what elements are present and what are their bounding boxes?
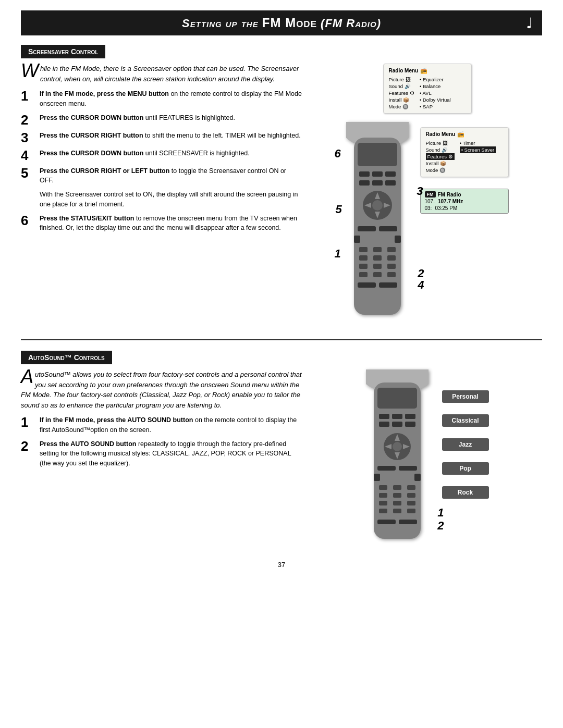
svg-rect-49 bbox=[399, 466, 417, 471]
svg-rect-21 bbox=[387, 247, 396, 252]
menu1-row2-left: Sound🔊 bbox=[389, 83, 415, 90]
svg-rect-24 bbox=[387, 255, 396, 261]
autosound-visual: 1 2 bbox=[312, 369, 542, 548]
svg-rect-28 bbox=[359, 272, 368, 277]
menu-boxes: Radio Menu 📻 Picture🖼 Sound🔊 Features⚙ I… bbox=[383, 64, 472, 118]
svg-rect-5 bbox=[385, 171, 396, 177]
menu1-row5-left: Mode🔘 bbox=[389, 103, 415, 110]
autosound-header: AutoSound™ Controls bbox=[21, 351, 112, 364]
svg-rect-19 bbox=[359, 247, 368, 252]
svg-rect-54 bbox=[407, 485, 415, 490]
svg-rect-30 bbox=[387, 272, 396, 277]
remote-svg-1 bbox=[346, 122, 409, 325]
svg-rect-27 bbox=[387, 264, 396, 269]
sound-pop: Pop bbox=[442, 462, 489, 475]
autosound-intro: AutoSound™ allows you to select from fou… bbox=[21, 369, 302, 410]
menu1-row2-right: • Balance bbox=[420, 83, 451, 90]
menu1-row1-left: Picture🖼 bbox=[389, 76, 415, 83]
svg-rect-23 bbox=[373, 255, 382, 261]
svg-rect-39 bbox=[379, 422, 389, 427]
auto-step-1: 1 If in the FM mode, press the AUTO SOUN… bbox=[21, 415, 302, 435]
svg-rect-40 bbox=[392, 422, 402, 427]
menu1-row4-right: • Dolby Virtual bbox=[420, 96, 451, 103]
screensaver-visual: Radio Menu 📻 Picture🖼 Sound🔊 Features⚙ I… bbox=[312, 64, 542, 327]
right-menus: Radio Menu 📻 Picture 🖼 Sound 🔊 Features … bbox=[420, 127, 509, 327]
step-1: 1 If in the FM mode, press the MENU butt… bbox=[21, 89, 302, 109]
remote-wrapper: 6 3 5 1 2 4 bbox=[346, 122, 414, 327]
menu1-row1-right: • Equalizer bbox=[420, 76, 451, 83]
screensaver-steps: 1 If in the FM mode, press the MENU butt… bbox=[21, 89, 302, 233]
auto-overlay-1: 1 bbox=[437, 506, 444, 520]
svg-rect-22 bbox=[359, 255, 368, 261]
menu1-row4-left: Install📦 bbox=[389, 96, 415, 103]
step-4: 4 Press the CURSOR DOWN button until SCR… bbox=[21, 149, 302, 162]
svg-rect-64 bbox=[377, 520, 396, 524]
overlay-1: 1 bbox=[335, 247, 341, 261]
autosound-vis-inner: 1 2 bbox=[366, 369, 489, 548]
svg-rect-48 bbox=[377, 466, 396, 471]
svg-rect-61 bbox=[379, 509, 387, 513]
svg-rect-2 bbox=[358, 143, 397, 166]
svg-rect-60 bbox=[407, 501, 415, 505]
svg-rect-31 bbox=[358, 282, 376, 288]
fm-display: FM FM Radio 107. 107.7 MHz 03: 03:25 PM bbox=[420, 189, 509, 214]
menu1-row3-left: Features⚙ bbox=[389, 90, 415, 96]
menu1-icon: 📻 bbox=[420, 67, 427, 74]
svg-rect-16 bbox=[379, 226, 397, 231]
page: Setting up the FM Mode (FM Radio) ♩ Scre… bbox=[0, 0, 563, 728]
page-title: Setting up the FM Mode (FM Radio) bbox=[182, 16, 381, 30]
svg-rect-57 bbox=[407, 493, 415, 498]
svg-rect-3 bbox=[359, 171, 370, 177]
autosound-content: AutoSound™ allows you to select from fou… bbox=[21, 369, 542, 548]
svg-rect-63 bbox=[407, 509, 415, 513]
svg-rect-29 bbox=[373, 272, 382, 277]
overlay-4: 4 bbox=[418, 278, 424, 292]
svg-rect-8 bbox=[385, 180, 396, 186]
auto-step-2: 2 Press the AUTO SOUND button repeatedly… bbox=[21, 439, 302, 468]
section-divider bbox=[21, 339, 542, 340]
svg-rect-56 bbox=[393, 493, 401, 498]
screensaver-content: While in the FM Mode, there is a Screens… bbox=[21, 64, 542, 327]
svg-rect-35 bbox=[377, 388, 417, 409]
svg-rect-32 bbox=[379, 282, 397, 288]
sound-options: Personal Classical Jazz Pop Rock bbox=[442, 390, 489, 499]
svg-rect-37 bbox=[392, 414, 402, 419]
svg-rect-26 bbox=[373, 264, 382, 269]
screensaver-section: Screensaver Control While in the FM Mode… bbox=[21, 45, 542, 327]
step-extra: With the Screensaver control set to ON, … bbox=[21, 190, 302, 209]
menu1-title: Radio Menu bbox=[389, 68, 419, 73]
overlay-6: 6 bbox=[335, 147, 341, 161]
menu1-content: Picture🖼 Sound🔊 Features⚙ Install📦 Mode🔘… bbox=[389, 76, 466, 110]
menu-box-2: Radio Menu 📻 Picture 🖼 Sound 🔊 Features … bbox=[420, 127, 509, 177]
svg-rect-15 bbox=[358, 226, 376, 231]
svg-rect-7 bbox=[372, 180, 383, 186]
screensaver-intro: While in the FM Mode, there is a Screens… bbox=[21, 64, 302, 84]
menu1-row3-right: • AVL bbox=[420, 90, 451, 96]
svg-rect-65 bbox=[399, 520, 417, 524]
svg-rect-6 bbox=[359, 180, 370, 186]
autosound-text: AutoSound™ allows you to select from fou… bbox=[21, 369, 302, 548]
screensaver-text: While in the FM Mode, there is a Screens… bbox=[21, 64, 302, 327]
svg-point-14 bbox=[372, 200, 383, 211]
drop-cap-w: W bbox=[21, 64, 39, 79]
autosound-steps: 1 If in the FM mode, press the AUTO SOUN… bbox=[21, 415, 302, 468]
sound-rock: Rock bbox=[442, 486, 489, 499]
svg-rect-51 bbox=[414, 474, 421, 481]
autosound-remote-wrapper: 1 2 bbox=[366, 369, 434, 548]
step-5: 5 Press the CURSOR RIGHT or LEFT button … bbox=[21, 166, 302, 186]
page-header: Setting up the FM Mode (FM Radio) ♩ bbox=[21, 10, 542, 35]
svg-rect-38 bbox=[405, 414, 415, 419]
auto-overlay-2: 2 bbox=[437, 519, 444, 533]
svg-rect-4 bbox=[372, 171, 383, 177]
svg-rect-59 bbox=[393, 501, 401, 505]
drop-cap-a: A bbox=[21, 369, 33, 385]
svg-rect-53 bbox=[393, 485, 401, 490]
sound-classical: Classical bbox=[442, 414, 489, 427]
overlay-5: 5 bbox=[336, 203, 342, 216]
svg-rect-17 bbox=[354, 236, 360, 243]
page-number: 37 bbox=[21, 561, 542, 569]
remote-area: 6 3 5 1 2 4 bbox=[346, 122, 509, 327]
svg-rect-55 bbox=[379, 493, 387, 498]
svg-rect-20 bbox=[373, 247, 382, 252]
sound-jazz: Jazz bbox=[442, 438, 489, 451]
